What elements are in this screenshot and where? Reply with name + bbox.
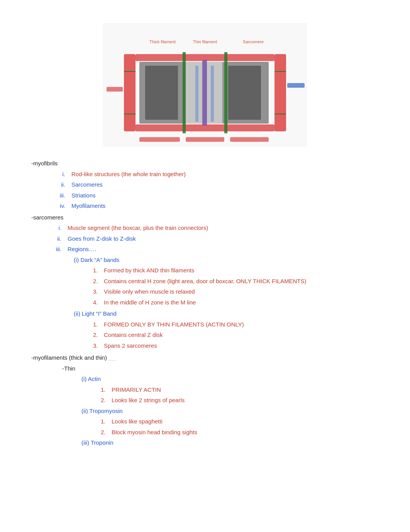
tropomyosin-header: (ii) Tropomyosin <box>81 406 379 416</box>
num-1c: 1. <box>101 385 108 395</box>
num-3a: 3. <box>93 287 101 297</box>
myofibrils-header: -myofibrils <box>31 158 379 168</box>
thin-header: -Thin <box>62 364 379 374</box>
dark-a-band-header: (i) Dark “A” bands <box>74 255 379 265</box>
svg-text:Thick filament: Thick filament <box>149 39 176 44</box>
myofibrils-item-1-text: Rod-like structures (the whole train tog… <box>71 169 186 179</box>
sarcomeres-item-1: i. Muscle segment (the boxcar, plus the … <box>51 223 379 233</box>
dark-a-item-2: 2. Contains central H zone (light area, … <box>93 276 379 286</box>
svg-rect-9 <box>228 66 261 120</box>
roman-i-1: i. <box>54 169 65 179</box>
myofilaments-header: -myofilaments (thick and thin) <box>31 353 379 363</box>
num-3b: 3. <box>93 341 101 351</box>
roman-i-2: i. <box>51 223 61 233</box>
num-2b: 2. <box>93 330 101 340</box>
light-i-item-2-text: Contains central Z disk <box>104 330 163 340</box>
dark-a-item-1-text: Formed by thick AND thin filaments <box>104 265 194 275</box>
light-i-band-list: 1. FORMED ONLY BY THIN FILAMENTS (ACTIN … <box>74 320 379 351</box>
roman-iii-1: iii. <box>54 190 65 201</box>
num-1b: 1. <box>93 320 101 330</box>
thin-sub-section: (i) Actin 1. PRIMARILY ACTIN 2. Looks li… <box>62 374 379 448</box>
regions-container: (i) Dark “A” bands 1. Formed by thick AN… <box>51 255 379 351</box>
svg-rect-11 <box>224 52 227 133</box>
myofibrils-item-3: iii. Striations <box>54 190 379 201</box>
num-2c: 2. <box>101 395 108 405</box>
sarcomeres-item-1-text: Muscle segment (the boxcar, plus the tra… <box>68 223 208 233</box>
svg-text:Thin filament: Thin filament <box>193 39 217 44</box>
light-i-item-3: 3. Spans 2 sarcomeres <box>93 341 379 351</box>
actin-item-2: 2. Looks like 2 strings of pearls <box>101 395 379 405</box>
dark-a-item-3-text: Visible only when muscle is relaxed <box>104 287 195 297</box>
svg-rect-19 <box>186 137 224 142</box>
actin-list: 1. PRIMARILY ACTIN 2. Looks like 2 strin… <box>81 385 379 405</box>
myofibrils-item-3-text: Striations <box>71 190 96 201</box>
svg-rect-22 <box>287 83 305 88</box>
muscle-diagram: Thin filament Thick filament Sarcomere <box>103 23 307 147</box>
roman-iv-1: iv. <box>54 201 65 211</box>
svg-rect-18 <box>139 137 180 142</box>
diagram-container: Thin filament Thick filament Sarcomere <box>23 23 387 147</box>
dark-a-item-2-text: Contains central H zone (light area, doo… <box>104 276 306 286</box>
actin-header: (i) Actin <box>81 374 379 384</box>
roman-ii-1: ii. <box>54 180 65 190</box>
dark-a-item-4-text: In the middle of H zone is the M line <box>104 297 196 308</box>
svg-rect-2 <box>274 54 286 131</box>
sarcomeres-item-3: iii. Regions…. <box>51 244 379 254</box>
content-area: -myofibrils i. Rod-like structures (the … <box>31 158 379 448</box>
light-i-band-header: (ii) Light “I” Band <box>74 309 379 319</box>
svg-rect-12 <box>202 60 207 126</box>
dark-a-item-3: 3. Visible only when muscle is relaxed <box>93 287 379 297</box>
svg-rect-14 <box>211 66 214 122</box>
num-2d: 2. <box>101 427 108 437</box>
sarcomeres-header: -sarcomeres <box>31 212 379 223</box>
dark-a-item-4: 4. In the middle of H zone is the M line <box>93 297 379 308</box>
svg-rect-13 <box>195 66 198 122</box>
tropomyosin-item-2-text: Block myosin head binding sights <box>112 427 197 437</box>
svg-rect-8 <box>145 66 178 120</box>
num-1a: 1. <box>93 265 101 275</box>
tropomyosin-list: 1. Looks like spaghetti 2. Block myosin … <box>81 416 379 437</box>
actin-item-1: 1. PRIMARILY ACTIN <box>101 385 379 395</box>
actin-item-1-text: PRIMARILY ACTIN <box>112 385 161 395</box>
tropomyosin-item-2: 2. Block myosin head binding sights <box>101 427 379 437</box>
myofibrils-item-2-text: Sarcomeres <box>71 180 103 190</box>
light-i-item-1: 1. FORMED ONLY BY THIN FILAMENTS (ACTIN … <box>93 320 379 330</box>
roman-iii-2: iii. <box>51 244 61 254</box>
dark-a-band-list: 1. Formed by thick AND thin filaments 2.… <box>74 265 379 307</box>
sarcomeres-item-2: ii. Goes from Z-disk to Z-disk <box>51 234 379 244</box>
myofibrils-item-2: ii. Sarcomeres <box>54 180 379 190</box>
svg-rect-1 <box>124 54 136 131</box>
num-4a: 4. <box>93 297 101 308</box>
myofibrils-list: i. Rod-like structures (the whole train … <box>31 169 379 211</box>
light-i-item-1-text: FORMED ONLY BY THIN FILAMENTS (ACTIN ONL… <box>104 320 244 330</box>
svg-rect-20 <box>230 137 269 142</box>
roman-ii-2: ii. <box>51 234 61 244</box>
tropomyosin-item-1: 1. Looks like spaghetti <box>101 416 379 427</box>
thin-section: -Thin (i) Actin 1. PRIMARILY ACTIN 2. Lo… <box>31 364 379 448</box>
tropomyosin-item-1-text: Looks like spaghetti <box>112 416 163 427</box>
sarcomeres-list: i. Muscle segment (the boxcar, plus the … <box>31 223 379 350</box>
myofibrils-item-4-text: Myofilaments <box>71 201 105 211</box>
sarcomeres-item-3-text: Regions…. <box>68 244 96 254</box>
dark-a-item-1: 1. Formed by thick AND thin filaments <box>93 265 379 275</box>
light-i-item-2: 2. Contains central Z disk <box>93 330 379 340</box>
actin-item-2-text: Looks like 2 strings of pearls <box>112 395 185 405</box>
num-1d: 1. <box>101 416 108 427</box>
myofibrils-item-4: iv. Myofilaments <box>54 201 379 211</box>
svg-text:Sarcomere: Sarcomere <box>243 39 264 44</box>
svg-rect-21 <box>107 87 123 92</box>
myofibrils-item-1: i. Rod-like structures (the whole train … <box>54 169 379 179</box>
num-2a: 2. <box>93 276 101 286</box>
light-i-item-3-text: Spans 2 sarcomeres <box>104 341 157 351</box>
sarcomeres-item-2-text: Goes from Z-disk to Z-disk <box>68 234 136 244</box>
svg-rect-10 <box>183 52 186 133</box>
troponin-header: (iii) Troponin <box>81 438 379 448</box>
